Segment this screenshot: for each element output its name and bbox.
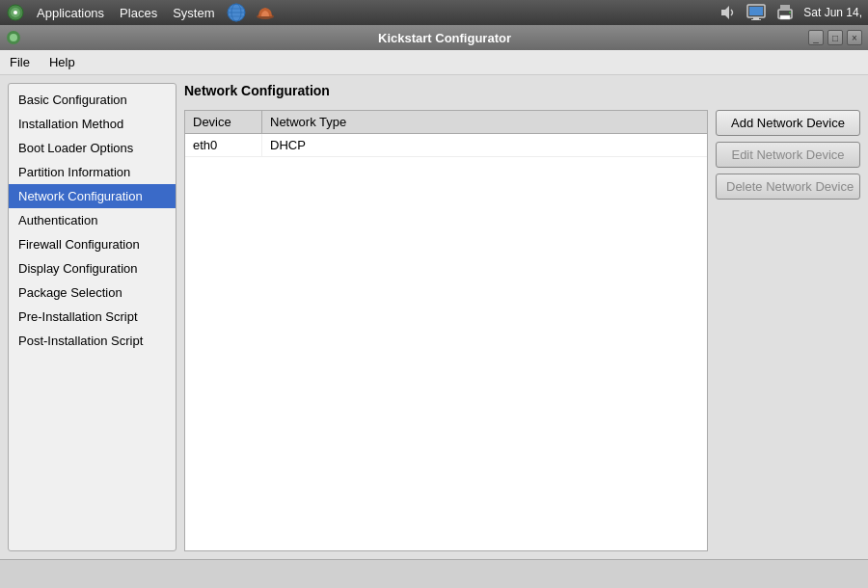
add-network-device-button[interactable]: Add Network Device xyxy=(716,110,860,136)
svg-rect-15 xyxy=(780,5,790,10)
sidebar-item-authentication[interactable]: Authentication xyxy=(9,208,176,232)
svg-point-19 xyxy=(10,34,17,41)
maximize-button[interactable]: □ xyxy=(827,30,843,45)
svg-point-17 xyxy=(789,12,791,13)
panel-title: Network Configuration xyxy=(184,83,860,98)
sidebar-item-firewall-configuration[interactable]: Firewall Configuration xyxy=(9,232,176,256)
svg-rect-11 xyxy=(749,7,763,15)
fedora-icon xyxy=(255,4,276,21)
globe-icon xyxy=(226,4,247,21)
sidebar: Basic Configuration Installation Method … xyxy=(8,83,176,551)
minimize-button[interactable]: _ xyxy=(808,30,824,45)
sidebar-item-boot-loader-options[interactable]: Boot Loader Options xyxy=(9,136,176,160)
monitor-icon[interactable] xyxy=(746,4,767,21)
file-menu[interactable]: File xyxy=(6,53,34,71)
sidebar-item-installation-method[interactable]: Installation Method xyxy=(9,112,176,136)
device-cell: eth0 xyxy=(185,134,262,156)
sidebar-item-partition-information[interactable]: Partition Information xyxy=(9,160,176,184)
network-type-column-header: Network Type xyxy=(262,111,707,133)
svg-rect-16 xyxy=(780,15,790,19)
bottom-bar xyxy=(0,559,868,588)
system-menu[interactable]: System xyxy=(169,4,218,22)
applications-menu[interactable]: Applications xyxy=(33,4,108,22)
network-table: Device Network Type eth0 DHCP xyxy=(184,110,708,551)
speaker-icon[interactable] xyxy=(717,4,738,21)
places-menu[interactable]: Places xyxy=(116,4,161,22)
sidebar-item-network-configuration[interactable]: Network Configuration xyxy=(9,184,176,208)
close-button[interactable]: × xyxy=(847,30,862,45)
svg-rect-12 xyxy=(753,17,759,19)
window-icon xyxy=(6,29,23,46)
window-controls: _ □ × xyxy=(808,30,862,45)
network-area: Device Network Type eth0 DHCP Add Networ… xyxy=(184,110,860,551)
device-column-header: Device xyxy=(185,111,262,133)
table-body: eth0 DHCP xyxy=(185,134,707,550)
sidebar-item-pre-installation-script[interactable]: Pre-Installation Script xyxy=(9,305,176,329)
system-bar-left: Applications Places System xyxy=(6,3,711,22)
buttons-panel: Add Network Device Edit Network Device D… xyxy=(716,110,860,551)
network-type-cell: DHCP xyxy=(262,134,313,156)
sidebar-item-display-configuration[interactable]: Display Configuration xyxy=(9,256,176,281)
svg-rect-13 xyxy=(751,19,761,20)
edit-network-device-button[interactable]: Edit Network Device xyxy=(716,142,860,168)
sidebar-item-package-selection[interactable]: Package Selection xyxy=(9,281,176,305)
table-header: Device Network Type xyxy=(185,111,707,134)
window-title: Kickstart Configurator xyxy=(27,31,862,45)
menu-bar: File Help xyxy=(0,50,868,75)
sidebar-item-basic-configuration[interactable]: Basic Configuration xyxy=(9,88,176,112)
delete-network-device-button[interactable]: Delete Network Device xyxy=(716,174,860,200)
app-logo-icon xyxy=(6,3,25,22)
svg-point-2 xyxy=(14,11,17,14)
right-panel: Network Configuration Device Network Typ… xyxy=(184,83,860,551)
main-content: Basic Configuration Installation Method … xyxy=(0,75,868,559)
sidebar-item-post-installation-script[interactable]: Post-Installation Script xyxy=(9,329,176,353)
title-bar: Kickstart Configurator _ □ × xyxy=(0,25,868,50)
system-time: Sat Jun 14, xyxy=(803,6,862,19)
help-menu[interactable]: Help xyxy=(45,53,79,71)
printer-icon[interactable] xyxy=(774,4,796,21)
svg-marker-9 xyxy=(721,6,729,19)
system-bar: Applications Places System xyxy=(0,0,868,25)
table-row[interactable]: eth0 DHCP xyxy=(185,134,707,157)
system-bar-right: Sat Jun 14, xyxy=(717,4,862,21)
